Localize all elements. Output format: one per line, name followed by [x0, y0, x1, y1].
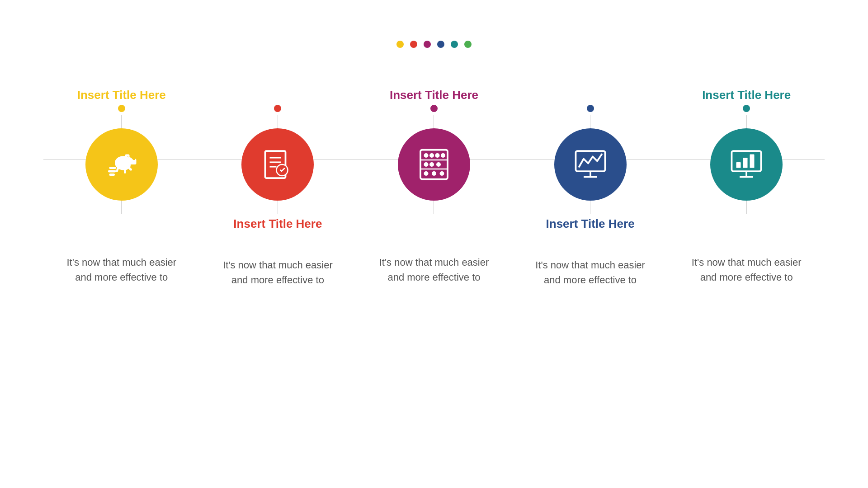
circle-icon-1	[85, 128, 158, 201]
item-4: Insert Title HereIt's now that much easi…	[527, 75, 654, 287]
svg-point-15	[424, 162, 428, 167]
circle-icon-3	[398, 128, 470, 201]
item-5: Insert Title Here It's now that much eas…	[683, 75, 810, 285]
decorative-dots	[396, 41, 472, 48]
connector-dot-4	[587, 105, 594, 112]
svg-rect-2	[109, 174, 115, 176]
item-title-3: Insert Title Here	[390, 75, 478, 102]
item-desc-1: It's now that much easier and more effec…	[58, 255, 185, 285]
item-title-1: Insert Title Here	[77, 75, 166, 102]
item-title-4: Insert Title Here	[546, 217, 635, 244]
connector-line-bottom-4	[590, 201, 590, 214]
item-title-5: Insert Title Here	[702, 75, 791, 102]
items-row: Insert Title Here It's now that much eas…	[43, 75, 825, 287]
connector-bottom-5	[746, 201, 747, 214]
connector-line-4	[590, 115, 590, 128]
svg-point-17	[436, 162, 441, 167]
item-desc-2: It's now that much easier and more effec…	[214, 258, 341, 287]
item-title-2: Insert Title Here	[233, 217, 322, 244]
connector-line-3	[434, 115, 434, 128]
connector-5	[743, 102, 750, 128]
connector-2	[274, 102, 281, 128]
item-3: Insert Title Here It's now that much eas…	[371, 75, 497, 285]
item-desc-5: It's now that much easier and more effec…	[683, 255, 810, 285]
circle-icon-4	[554, 128, 627, 201]
item-desc-3: It's now that much easier and more effec…	[371, 255, 497, 285]
connector-line-1	[121, 115, 122, 128]
decorative-dot-2	[410, 41, 417, 48]
svg-rect-0	[109, 167, 116, 169]
circle-icon-5	[710, 128, 783, 201]
connector-bottom-4	[590, 201, 590, 214]
connector-bottom-1	[121, 201, 122, 214]
svg-rect-28	[743, 158, 748, 168]
connector-bottom-2	[278, 201, 278, 214]
connector-dot-2	[274, 105, 281, 112]
decorative-dot-3	[424, 41, 431, 48]
timeline-section: Insert Title Here It's now that much eas…	[0, 75, 868, 287]
svg-point-16	[429, 162, 434, 167]
svg-point-14	[441, 153, 445, 158]
svg-point-12	[429, 153, 434, 158]
connector-line-bottom-3	[434, 201, 434, 214]
decorative-dot-5	[451, 41, 458, 48]
connector-1	[118, 102, 125, 128]
item-desc-4: It's now that much easier and more effec…	[527, 258, 654, 287]
connector-bottom-3	[434, 201, 434, 214]
connector-line-5	[746, 115, 747, 128]
svg-point-11	[424, 153, 428, 158]
decorative-dot-6	[464, 41, 472, 48]
decorative-dot-4	[437, 41, 444, 48]
svg-point-18	[424, 171, 428, 176]
connector-dot-1	[118, 105, 125, 112]
svg-rect-1	[108, 170, 116, 173]
item-1: Insert Title Here It's now that much eas…	[58, 75, 185, 285]
connector-line-bottom-1	[121, 201, 122, 214]
circle-icon-2	[241, 128, 314, 201]
svg-point-13	[435, 153, 439, 158]
connector-dot-5	[743, 105, 750, 112]
connector-line-bottom-5	[746, 201, 747, 214]
connector-4	[587, 102, 594, 128]
connector-dot-3	[430, 105, 438, 112]
connector-3	[430, 102, 438, 128]
svg-rect-29	[750, 155, 755, 168]
slide: Insert Title Here It's now that much eas…	[0, 0, 868, 488]
svg-point-19	[432, 171, 436, 176]
item-2: Insert Title HereIt's now that much easi…	[214, 75, 341, 287]
connector-line-bottom-2	[278, 201, 278, 214]
svg-point-20	[439, 171, 444, 176]
decorative-dot-1	[396, 41, 404, 48]
connector-line-2	[278, 115, 278, 128]
svg-rect-27	[736, 162, 741, 168]
